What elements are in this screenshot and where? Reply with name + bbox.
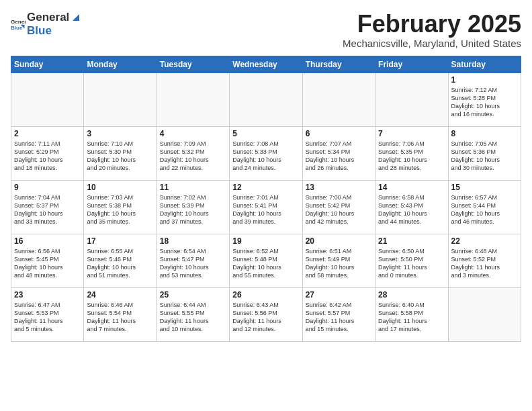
day-info: Sunrise: 6:47 AM Sunset: 5:53 PM Dayligh…	[14, 301, 81, 334]
day-cell: 10Sunrise: 7:03 AM Sunset: 5:38 PM Dayli…	[84, 180, 157, 234]
day-cell: 23Sunrise: 6:47 AM Sunset: 5:53 PM Dayli…	[11, 287, 84, 341]
week-row-5: 23Sunrise: 6:47 AM Sunset: 5:53 PM Dayli…	[11, 287, 521, 341]
day-info: Sunrise: 6:52 AM Sunset: 5:48 PM Dayligh…	[232, 247, 299, 280]
day-number: 21	[378, 236, 445, 246]
day-info: Sunrise: 7:09 AM Sunset: 5:32 PM Dayligh…	[160, 140, 226, 173]
svg-marker-3	[73, 14, 79, 21]
day-number: 14	[378, 183, 445, 192]
day-cell: 12Sunrise: 7:01 AM Sunset: 5:41 PM Dayli…	[230, 180, 302, 234]
day-info: Sunrise: 6:51 AM Sunset: 5:49 PM Dayligh…	[306, 247, 372, 280]
weekday-header-thursday: Thursday	[302, 56, 375, 73]
day-info: Sunrise: 6:58 AM Sunset: 5:43 PM Dayligh…	[378, 193, 445, 226]
week-row-4: 16Sunrise: 6:56 AM Sunset: 5:45 PM Dayli…	[11, 234, 521, 287]
day-cell: 13Sunrise: 7:00 AM Sunset: 5:42 PM Dayli…	[302, 180, 375, 234]
day-number: 25	[160, 290, 226, 300]
day-number: 15	[451, 183, 518, 192]
day-info: Sunrise: 6:55 AM Sunset: 5:46 PM Dayligh…	[87, 247, 153, 280]
day-cell: 5Sunrise: 7:08 AM Sunset: 5:33 PM Daylig…	[230, 126, 302, 180]
day-number: 2	[14, 129, 81, 138]
logo-triangle-icon	[70, 11, 82, 24]
day-cell: 11Sunrise: 7:02 AM Sunset: 5:39 PM Dayli…	[157, 180, 229, 234]
day-number: 19	[232, 236, 299, 246]
day-number: 24	[87, 290, 153, 300]
day-cell: 25Sunrise: 6:44 AM Sunset: 5:55 PM Dayli…	[157, 287, 229, 341]
day-cell	[157, 73, 229, 126]
day-info: Sunrise: 7:00 AM Sunset: 5:42 PM Dayligh…	[306, 193, 372, 226]
day-number: 5	[232, 129, 299, 138]
day-number: 20	[306, 236, 372, 246]
day-info: Sunrise: 7:02 AM Sunset: 5:39 PM Dayligh…	[160, 193, 226, 226]
week-row-3: 9Sunrise: 7:04 AM Sunset: 5:37 PM Daylig…	[11, 180, 521, 234]
day-number: 23	[14, 290, 81, 300]
day-number: 28	[378, 290, 445, 300]
day-cell: 24Sunrise: 6:46 AM Sunset: 5:54 PM Dayli…	[84, 287, 157, 341]
day-cell: 19Sunrise: 6:52 AM Sunset: 5:48 PM Dayli…	[230, 234, 302, 287]
day-cell: 15Sunrise: 6:57 AM Sunset: 5:44 PM Dayli…	[448, 180, 521, 234]
day-info: Sunrise: 7:03 AM Sunset: 5:38 PM Dayligh…	[87, 193, 153, 226]
day-number: 17	[87, 236, 153, 246]
day-number: 10	[87, 183, 153, 192]
day-info: Sunrise: 7:10 AM Sunset: 5:30 PM Dayligh…	[87, 140, 153, 173]
day-info: Sunrise: 6:56 AM Sunset: 5:45 PM Dayligh…	[14, 247, 81, 280]
day-cell: 21Sunrise: 6:50 AM Sunset: 5:50 PM Dayli…	[375, 234, 448, 287]
month-title: February 2025	[343, 11, 521, 38]
day-info: Sunrise: 7:07 AM Sunset: 5:34 PM Dayligh…	[306, 140, 372, 173]
day-cell: 28Sunrise: 6:40 AM Sunset: 5:58 PM Dayli…	[375, 287, 448, 341]
day-cell	[84, 73, 157, 126]
day-info: Sunrise: 6:46 AM Sunset: 5:54 PM Dayligh…	[87, 301, 153, 334]
day-cell	[448, 287, 521, 341]
logo-general-text: General	[27, 11, 82, 24]
day-number: 22	[451, 236, 518, 246]
day-info: Sunrise: 7:08 AM Sunset: 5:33 PM Dayligh…	[232, 140, 299, 173]
day-cell	[230, 73, 302, 126]
logo-blue-text: Blue	[27, 24, 82, 38]
day-info: Sunrise: 7:12 AM Sunset: 5:28 PM Dayligh…	[451, 86, 518, 119]
day-cell: 2Sunrise: 7:11 AM Sunset: 5:29 PM Daylig…	[11, 126, 84, 180]
day-number: 3	[87, 129, 153, 138]
day-cell: 18Sunrise: 6:54 AM Sunset: 5:47 PM Dayli…	[157, 234, 229, 287]
weekday-header-friday: Friday	[375, 56, 448, 73]
day-number: 1	[451, 75, 518, 85]
day-cell	[11, 73, 84, 126]
calendar-table: SundayMondayTuesdayWednesdayThursdayFrid…	[11, 56, 521, 342]
title-block: February 2025 Mechanicsville, Maryland, …	[343, 11, 521, 49]
week-row-2: 2Sunrise: 7:11 AM Sunset: 5:29 PM Daylig…	[11, 126, 521, 180]
day-number: 13	[306, 183, 372, 192]
day-cell: 8Sunrise: 7:05 AM Sunset: 5:36 PM Daylig…	[448, 126, 521, 180]
day-info: Sunrise: 6:48 AM Sunset: 5:52 PM Dayligh…	[451, 247, 518, 280]
day-number: 9	[14, 183, 81, 192]
day-number: 7	[378, 129, 445, 138]
day-cell: 6Sunrise: 7:07 AM Sunset: 5:34 PM Daylig…	[302, 126, 375, 180]
day-info: Sunrise: 6:50 AM Sunset: 5:50 PM Dayligh…	[378, 247, 445, 280]
day-cell: 7Sunrise: 7:06 AM Sunset: 5:35 PM Daylig…	[375, 126, 448, 180]
page-header: General Blue General Blue February 2025 …	[11, 11, 521, 49]
day-cell: 22Sunrise: 6:48 AM Sunset: 5:52 PM Dayli…	[448, 234, 521, 287]
day-cell: 4Sunrise: 7:09 AM Sunset: 5:32 PM Daylig…	[157, 126, 229, 180]
day-info: Sunrise: 7:04 AM Sunset: 5:37 PM Dayligh…	[14, 193, 81, 226]
day-info: Sunrise: 7:06 AM Sunset: 5:35 PM Dayligh…	[378, 140, 445, 173]
day-info: Sunrise: 7:11 AM Sunset: 5:29 PM Dayligh…	[14, 140, 81, 173]
day-cell: 17Sunrise: 6:55 AM Sunset: 5:46 PM Dayli…	[84, 234, 157, 287]
day-info: Sunrise: 7:05 AM Sunset: 5:36 PM Dayligh…	[451, 140, 518, 173]
day-cell: 26Sunrise: 6:43 AM Sunset: 5:56 PM Dayli…	[230, 287, 302, 341]
logo: General Blue General Blue	[11, 11, 82, 38]
day-info: Sunrise: 6:57 AM Sunset: 5:44 PM Dayligh…	[451, 193, 518, 226]
day-number: 11	[160, 183, 226, 192]
day-cell: 20Sunrise: 6:51 AM Sunset: 5:49 PM Dayli…	[302, 234, 375, 287]
day-info: Sunrise: 6:42 AM Sunset: 5:57 PM Dayligh…	[306, 301, 372, 334]
day-cell	[375, 73, 448, 126]
day-cell: 14Sunrise: 6:58 AM Sunset: 5:43 PM Dayli…	[375, 180, 448, 234]
day-number: 27	[306, 290, 372, 300]
day-info: Sunrise: 6:44 AM Sunset: 5:55 PM Dayligh…	[160, 301, 226, 334]
day-number: 4	[160, 129, 226, 138]
week-row-1: 1Sunrise: 7:12 AM Sunset: 5:28 PM Daylig…	[11, 73, 521, 126]
day-cell: 1Sunrise: 7:12 AM Sunset: 5:28 PM Daylig…	[448, 73, 521, 126]
day-number: 18	[160, 236, 226, 246]
day-info: Sunrise: 7:01 AM Sunset: 5:41 PM Dayligh…	[232, 193, 299, 226]
location-title: Mechanicsville, Maryland, United States	[343, 38, 521, 49]
day-number: 26	[232, 290, 299, 300]
logo-icon: General Blue	[11, 17, 26, 32]
day-info: Sunrise: 6:43 AM Sunset: 5:56 PM Dayligh…	[232, 301, 299, 334]
weekday-header-tuesday: Tuesday	[157, 56, 229, 73]
day-number: 6	[306, 129, 372, 138]
